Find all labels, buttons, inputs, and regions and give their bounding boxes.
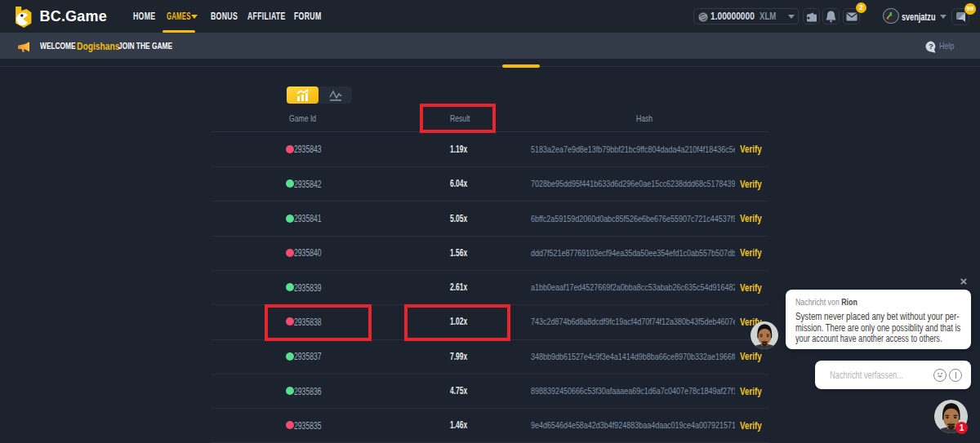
svg-text:?: ? (929, 42, 933, 51)
